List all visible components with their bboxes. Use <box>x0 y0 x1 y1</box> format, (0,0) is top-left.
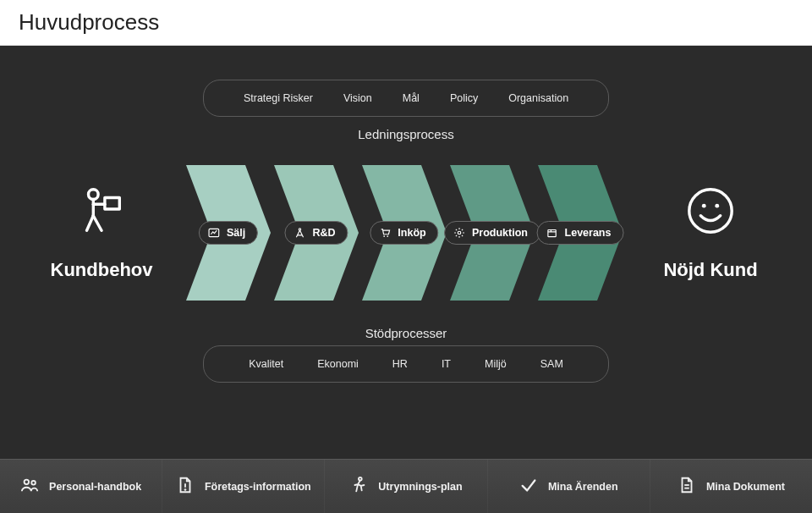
run-icon <box>349 476 368 497</box>
cart-icon <box>379 227 391 239</box>
support-item[interactable]: SAM <box>540 358 563 370</box>
people-icon <box>20 476 39 497</box>
nojd-kund-caption: Nöjd Kund <box>663 259 757 281</box>
footer-item-label: Utrymnings-plan <box>378 481 462 493</box>
support-box: Kvalitet Ekonomi HR IT Miljö SAM <box>203 345 609 383</box>
footer-nav: Personal-handbok Företags-information Ut… <box>0 459 812 513</box>
footer-item-label: Företags-information <box>205 481 311 493</box>
svg-rect-1 <box>105 198 119 210</box>
core-step-label: Inköp <box>398 227 425 239</box>
core-step-pill[interactable]: Inköp <box>370 221 438 245</box>
doc-lines-icon <box>678 476 696 497</box>
kundbehov-block: Kundbehov <box>34 185 169 281</box>
footer-item[interactable]: Företags-information <box>162 460 325 513</box>
core-step-pill[interactable]: Leverans <box>537 221 624 245</box>
core-step-chevron[interactable]: Inköp <box>362 165 447 301</box>
diagram-canvas: Strategi Risker Vision Mål Policy Organi… <box>0 46 812 459</box>
core-step-chevron[interactable]: Produktion <box>450 165 535 301</box>
core-flow-row: Kundbehov Sälj R&D <box>25 157 787 309</box>
support-item[interactable]: Kvalitet <box>249 358 283 370</box>
core-step-label: Sälj <box>227 227 245 239</box>
footer-item[interactable]: Mina Ärenden <box>488 460 650 513</box>
svg-point-0 <box>89 190 99 200</box>
nojd-kund-block: Nöjd Kund <box>643 185 778 281</box>
doc-alert-icon <box>176 476 195 497</box>
mgmt-item[interactable]: Strategi Risker <box>244 92 313 104</box>
core-step-chevron[interactable]: Sälj <box>186 165 271 301</box>
core-step-chevron[interactable]: R&D <box>274 165 359 301</box>
package-icon <box>546 227 558 239</box>
page-header: Huvudprocess <box>0 0 812 46</box>
compass-icon <box>294 227 305 239</box>
check-icon <box>519 476 538 497</box>
support-item[interactable]: Ekonomi <box>317 358 359 370</box>
mgmt-item[interactable]: Organisation <box>508 92 568 104</box>
footer-item[interactable]: Utrymnings-plan <box>325 460 487 513</box>
chart-icon <box>208 227 220 239</box>
management-label: Ledningsprocess <box>358 127 453 141</box>
core-step-label: R&D <box>312 227 335 239</box>
footer-item-label: Mina Ärenden <box>548 481 618 493</box>
core-step-pill[interactable]: Sälj <box>199 221 258 245</box>
mgmt-item[interactable]: Vision <box>343 92 372 104</box>
core-step-label: Leverans <box>565 227 612 239</box>
support-label: Stödprocesser <box>365 326 447 340</box>
core-step-label: Produktion <box>472 227 528 239</box>
page-title: Huvudprocess <box>19 9 159 36</box>
support-item[interactable]: HR <box>392 358 408 370</box>
footer-item[interactable]: Mina Dokument <box>650 460 812 513</box>
core-step-pill[interactable]: Produktion <box>444 221 540 245</box>
customer-need-icon <box>75 185 128 240</box>
smile-icon <box>684 185 737 240</box>
svg-point-7 <box>689 190 732 232</box>
svg-point-8 <box>702 204 706 208</box>
support-group: Stödprocesser Kvalitet Ekonomi HR IT Mil… <box>203 326 609 383</box>
mgmt-item[interactable]: Mål <box>403 92 420 104</box>
support-item[interactable]: IT <box>442 358 451 370</box>
support-item[interactable]: Miljö <box>485 358 507 370</box>
gear-icon <box>453 227 465 239</box>
mgmt-item[interactable]: Policy <box>450 92 478 104</box>
core-step-pill[interactable]: R&D <box>284 221 348 245</box>
footer-item[interactable]: Personal-handbok <box>0 460 162 513</box>
footer-item-label: Personal-handbok <box>49 481 141 493</box>
management-box: Strategi Risker Vision Mål Policy Organi… <box>203 80 609 117</box>
chevron-strip: Sälj R&D Inköp Produktion <box>186 157 626 309</box>
core-step-chevron[interactable]: Leverans <box>538 165 623 301</box>
svg-point-9 <box>715 204 719 208</box>
kundbehov-caption: Kundbehov <box>51 259 153 281</box>
footer-item-label: Mina Dokument <box>706 481 785 493</box>
